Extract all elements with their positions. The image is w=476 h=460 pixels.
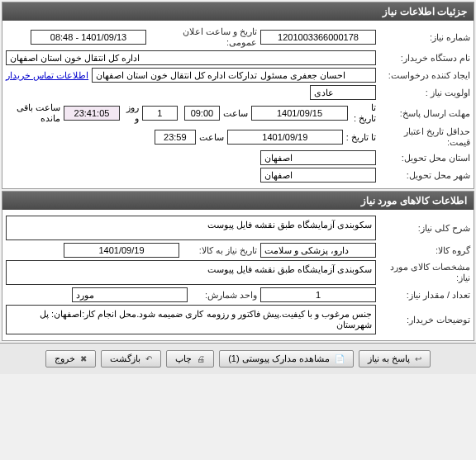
row-req-number: شماره نیاز: 1201003366000178 تاریخ و ساع… [6,26,470,48]
need-date-field: 1401/09/19 [64,243,179,258]
city-label: شهر محل تحویل: [379,170,470,181]
group-label: گروه کالا: [379,245,470,256]
to-date-label-1: تا تاریخ : [351,102,376,124]
req-number-label: شماره نیاز: [379,32,470,43]
validity-date-field: 1401/09/19 [227,130,343,145]
print-icon: 🖨 [197,354,205,363]
row-deadline: مهلت ارسال پاسخ: تا تاریخ : 1401/09/15 س… [6,102,470,124]
buyer-field: اداره کل انتقال خون استان اصفهان [6,50,376,65]
reply-icon: ↩ [415,354,421,363]
need-date-label: تاریخ نیاز به کالا: [183,245,257,256]
back-button[interactable]: ↶ بازگشت [101,350,161,368]
print-button-label: چاپ [175,353,192,363]
button-bar: ↩ پاسخ به نیاز 📄 مشاهده مدارک پیوستی (1)… [0,343,476,374]
unit-field: مورد [72,287,188,302]
city-field: اصفهان [260,168,376,183]
row-buyer: نام دستگاه خریدار: اداره کل انتقال خون ا… [6,50,470,65]
spec-label: مشخصات کالای مورد نیاز: [379,262,470,283]
time-label-1: ساعت [223,108,248,119]
row-group: گروه کالا: دارو، پزشکی و سلامت تاریخ نیا… [6,243,470,258]
row-validity: حداقل تاریخ اعتبار قیمت: تا تاریخ : 1401… [6,126,470,148]
creator-field: احسان جعفری مسئول تدارکات اداره کل انتقا… [92,68,376,83]
priority-field: عادی [310,85,376,100]
time-label-2: ساعت [199,132,224,143]
validity-label: حداقل تاریخ اعتبار قیمت: [379,126,470,148]
attachments-button[interactable]: 📄 مشاهده مدارک پیوستی (1) [219,350,354,368]
row-qty: تعداد / مقدار نیاز: 1 واحد شمارش: مورد [6,287,470,302]
unit-label: واحد شمارش: [191,290,257,301]
notes-label: توضیحات خریدار: [379,315,470,325]
row-priority: اولویت نیاز : عادی [6,85,470,100]
respond-button-label: پاسخ به نیاز [368,353,410,363]
row-province: استان محل تحویل: اصفهان [6,150,470,165]
spec-field: سکوبندی آزمایشگاه طبق نقشه فایل پیوست [6,260,376,285]
province-label: استان محل تحویل: [379,153,470,164]
need-details-header: جزئیات اطلاعات نیاز [2,2,474,21]
row-city: شهر محل تحویل: اصفهان [6,168,470,183]
announce-label: تاریخ و ساعت اعلان عمومی: [150,26,257,48]
days-unit-label: روز و [123,102,139,124]
row-creator: ایجاد کننده درخواست: احسان جعفری مسئول ت… [6,68,470,83]
qty-field: 1 [260,287,376,302]
goods-info-header: اطلاعات کالاهای مورد نیاز [2,192,474,210]
province-field: اصفهان [260,150,376,165]
deadline-date-field: 1401/09/15 [251,106,348,121]
exit-button[interactable]: ✖ خروج [45,350,96,368]
attachments-button-label: مشاهده مدارک پیوستی (1) [228,353,330,363]
document-icon: 📄 [335,354,345,363]
buyer-label: نام دستگاه خریدار: [379,53,470,64]
goods-info-body: شرح کلی نیاز: سکوبندی آزمایشگاه طبق نقشه… [2,210,474,340]
goods-info-panel: اطلاعات کالاهای مورد نیاز شرح کلی نیاز: … [2,191,474,341]
row-spec: مشخصات کالای مورد نیاز: سکوبندی آزمایشگا… [6,260,470,285]
to-date-label-2: تا تاریخ : [346,132,376,143]
need-details-body: شماره نیاز: 1201003366000178 تاریخ و ساع… [2,21,474,188]
creator-label: ایجاد کننده درخواست: [379,70,470,81]
deadline-label: مهلت ارسال پاسخ: [379,108,470,119]
desc-field: سکوبندی آزمایشگاه طبق نقشه فایل پیوست [6,216,376,240]
back-button-label: بازگشت [110,353,140,363]
buyer-contact-link[interactable]: اطلاعات تماس خریدار [6,70,88,81]
deadline-time-field: 09:00 [184,106,220,121]
exit-button-label: خروج [55,353,75,363]
print-button[interactable]: 🖨 چاپ [166,350,214,368]
qty-label: تعداد / مقدار نیاز: [379,290,470,301]
back-icon: ↶ [145,354,152,363]
remaining-label: ساعت باقی مانده [6,102,60,124]
days-field: 1 [142,106,178,121]
group-field: دارو، پزشکی و سلامت [260,243,376,258]
announce-field: 1401/09/13 - 08:48 [31,30,146,45]
notes-field: جنس مرغوب و با کیفیت.پیش فاکتور و رزومه … [6,305,376,334]
need-details-panel: جزئیات اطلاعات نیاز شماره نیاز: 12010033… [2,2,474,189]
row-desc: شرح کلی نیاز: سکوبندی آزمایشگاه طبق نقشه… [6,216,470,240]
desc-label: شرح کلی نیاز: [379,223,470,234]
countdown-field: 23:41:05 [64,106,120,121]
priority-label: اولویت نیاز : [379,88,470,98]
respond-button[interactable]: ↩ پاسخ به نیاز [359,350,431,368]
req-number-field: 1201003366000178 [260,30,376,45]
row-notes: توضیحات خریدار: جنس مرغوب و با کیفیت.پیش… [6,305,470,334]
exit-icon: ✖ [80,354,87,363]
validity-time-field: 23:59 [155,130,196,145]
